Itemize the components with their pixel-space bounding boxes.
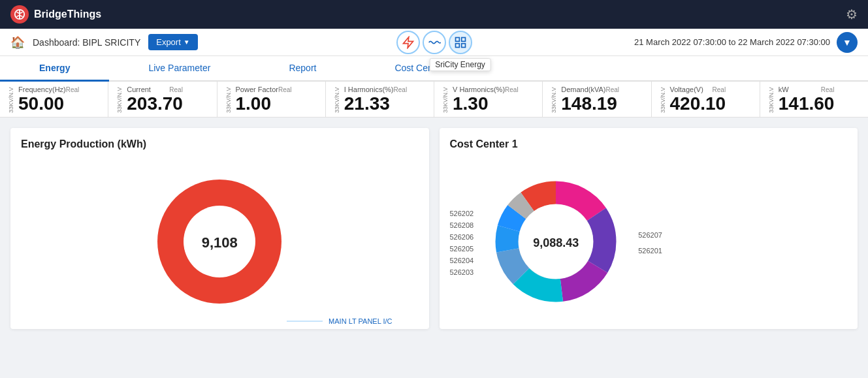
brand-icon: [10, 5, 29, 24]
metric-side-label: 33KV/N.V: [768, 86, 775, 113]
segment-label-526205: 526205: [450, 245, 474, 253]
main-content: Energy Production (kWh) 9,108 MAIN LT PA…: [0, 118, 868, 339]
metric-side-label: 33KV/N.V: [8, 86, 14, 113]
gear-icon[interactable]: ⚙: [846, 7, 858, 22]
metric-subtitle: Real: [505, 86, 519, 93]
metric-subtitle: Real: [278, 86, 292, 93]
icon-btn-energy[interactable]: [396, 31, 420, 54]
right-panel: Cost Center 1 526202 526208 526206 52620…: [440, 128, 858, 329]
metric-title: kW: [779, 86, 789, 93]
segment-label-526204: 526204: [450, 257, 474, 264]
energy-donut: 9,108: [141, 163, 298, 323]
navbar: BridgeThings ⚙: [0, 0, 868, 29]
metric-side-label: 33KV/N.V: [116, 86, 123, 113]
segment-label-526206: 526206: [450, 233, 474, 241]
svg-rect-4: [455, 43, 459, 47]
metric-title: Demand(kVA): [561, 86, 605, 93]
metric-card-v-harmonics---: 33KV/N.V V Harmonics(%) Real 1.30: [434, 82, 543, 117]
metric-subtitle: Real: [66, 86, 80, 93]
tab-live-parameter[interactable]: Live Parameter: [109, 56, 249, 82]
metric-title: I Harmonics(%): [344, 86, 394, 93]
left-panel-title: Energy Production (kWh): [21, 138, 419, 150]
tooltip-label: SriCity Energy: [429, 58, 491, 71]
metric-title: Frequency(Hz): [18, 86, 66, 93]
cost-center-donut: 9,088.43: [484, 170, 628, 316]
metric-card-frequency-hz-: 33KV/N.V Frequency(Hz) Real 50.00: [0, 82, 108, 117]
svg-rect-5: [461, 43, 465, 47]
metric-value: 203.70: [127, 95, 183, 113]
metric-value: 141.60: [779, 95, 835, 113]
segment-label-526208: 526208: [450, 221, 474, 229]
right-panel-title: Cost Center 1: [450, 138, 848, 150]
brand: BridgeThings: [10, 5, 101, 24]
metric-title: Voltage(V): [670, 86, 703, 93]
metric-subtitle: Real: [606, 86, 620, 93]
metric-card-demand-kva-: 33KV/N.V Demand(kVA) Real 148.19: [543, 82, 651, 117]
icon-btn-wave[interactable]: [423, 31, 446, 54]
metric-value: 1.00: [236, 95, 292, 113]
filter-button[interactable]: ▼: [837, 32, 858, 53]
center-icons: SriCity Energy: [396, 31, 472, 54]
tab-report[interactable]: Report: [249, 56, 355, 82]
icon-btn-grid[interactable]: SriCity Energy: [449, 31, 472, 54]
metric-subtitle: Real: [713, 86, 726, 93]
metric-value: 1.30: [453, 95, 519, 113]
segment-label-526203: 526203: [450, 268, 474, 276]
metric-title: Power Factor: [236, 86, 278, 93]
energy-donut-wrapper: 9,108 MAIN LT PANEL I/C: [21, 158, 419, 328]
home-icon[interactable]: 🏠: [10, 35, 25, 50]
cost-center-value: 9,088.43: [533, 236, 579, 250]
metric-value: 50.00: [18, 95, 79, 113]
metrics-row: 33KV/N.V Frequency(Hz) Real 50.00 33KV/N…: [0, 82, 868, 118]
segment-label-526201: 526201: [638, 247, 662, 255]
export-button[interactable]: Export: [148, 34, 197, 50]
segment-label-526202: 526202: [450, 210, 474, 217]
metric-side-label: 33KV/N.V: [660, 86, 666, 113]
date-range: 21 March 2022 07:30:00 to 22 March 2022 …: [634, 32, 858, 53]
metric-side-label: 33KV/N.V: [225, 86, 232, 113]
metric-side-label: 33KV/N.V: [334, 86, 340, 113]
metric-side-label: 33KV/N.V: [442, 86, 449, 113]
tab-energy[interactable]: Energy: [0, 56, 109, 82]
metric-card-voltage-v-: 33KV/N.V Voltage(V) Real 420.10: [652, 82, 760, 117]
metric-title: Current: [127, 86, 151, 93]
metric-subtitle: Real: [394, 86, 408, 93]
metric-value: 420.10: [670, 95, 726, 113]
metric-card-current: 33KV/N.V Current Real 203.70: [108, 82, 217, 117]
left-panel: Energy Production (kWh) 9,108 MAIN LT PA…: [10, 128, 429, 329]
svg-rect-2: [455, 37, 459, 41]
metric-card-kw: 33KV/N.V kW Real 141.60: [760, 82, 868, 117]
metric-side-label: 33KV/N.V: [551, 86, 557, 113]
donut-segment-label: MAIN LT PANEL I/C: [329, 317, 392, 325]
metric-title: V Harmonics(%): [453, 86, 505, 93]
metric-subtitle: Real: [821, 86, 835, 93]
metric-value: 21.33: [344, 95, 407, 113]
subheader: 🏠 Dashboard: BIPL SRICITY Export SriCity…: [0, 29, 868, 56]
dashboard-label: Dashboard: BIPL SRICITY: [33, 37, 140, 48]
metric-value: 148.19: [561, 95, 619, 113]
energy-center-value: 9,108: [202, 234, 238, 251]
metric-card-power-factor: 33KV/N.V Power Factor Real 1.00: [217, 82, 326, 117]
brand-name: BridgeThings: [34, 8, 101, 20]
date-range-text: 21 March 2022 07:30:00 to 22 March 2022 …: [634, 37, 830, 47]
segment-label-526207: 526207: [638, 231, 662, 239]
metric-card-i-harmonics---: 33KV/N.V I Harmonics(%) Real 21.33: [326, 82, 434, 117]
svg-rect-3: [461, 37, 465, 41]
metric-subtitle: Real: [169, 86, 183, 93]
